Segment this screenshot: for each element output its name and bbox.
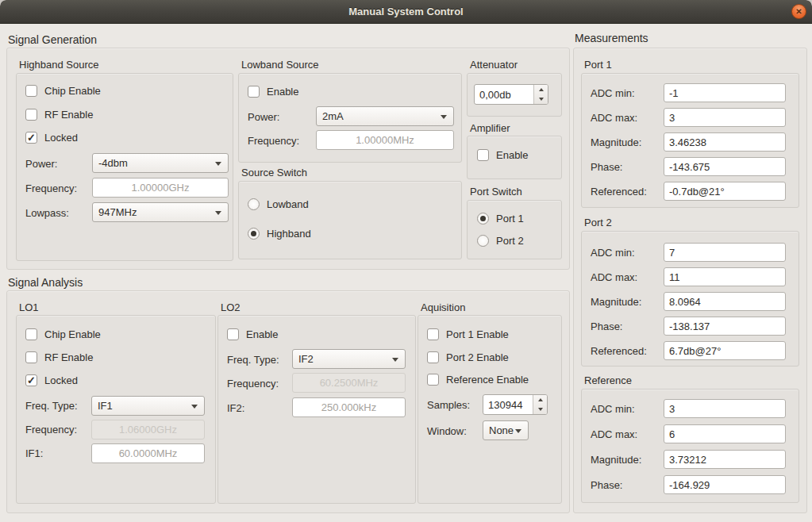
chevron-down-icon <box>392 358 398 362</box>
port2-adc-max-label: ADC max: <box>591 271 637 284</box>
aquisition-samples-spinbox[interactable]: 130944 <box>483 394 548 415</box>
port-switch-port1-radio[interactable] <box>477 213 489 225</box>
port-switch-port1-label[interactable]: Port 1 <box>496 213 524 225</box>
lowband-enable-checkbox[interactable]: ✓ <box>248 86 260 98</box>
aquisition-reference-enable-checkbox[interactable]: ✓ <box>427 374 439 386</box>
spin-down-icon[interactable] <box>534 94 548 104</box>
port1-referenced-label: Referenced: <box>591 185 647 198</box>
port1-adc-min-field[interactable]: -1 <box>664 83 786 102</box>
highband-frequency-label: Frequency: <box>25 182 77 195</box>
lo1-freq-type-label: Freq. Type: <box>25 399 78 413</box>
measurements-title: Measurements <box>575 32 648 44</box>
aquisition-port1-enable-checkbox[interactable]: ✓ <box>427 328 439 340</box>
aquisition-window-select[interactable]: None <box>483 420 529 440</box>
amplifier-title: Amplifier <box>470 122 510 134</box>
lo2-if2-field[interactable]: 250.000kHz <box>292 397 406 417</box>
highband-rf-enable-label[interactable]: RF Enable <box>44 109 93 121</box>
highband-chip-enable-checkbox[interactable]: ✓ <box>25 85 37 97</box>
lo1-frequency-label: Frequency: <box>25 423 77 436</box>
highband-power-select[interactable]: -4dbm <box>92 153 229 173</box>
lowband-enable-label[interactable]: Enable <box>267 86 298 98</box>
lo1-title: LO1 <box>19 301 39 313</box>
spin-up-icon[interactable] <box>533 395 547 405</box>
attenuator-spinbox[interactable]: 0,00db <box>474 84 548 105</box>
port2-phase-field[interactable]: -138.137 <box>664 317 786 336</box>
lo1-locked-checkbox[interactable]: ✓ <box>25 374 37 386</box>
lo2-frequency-field: 60.2500MHz <box>292 373 406 393</box>
lo2-freq-type-select[interactable]: IF2 <box>292 349 406 369</box>
app-window: Manual System Control ✕ Signal Generatio… <box>0 0 812 522</box>
chevron-down-icon <box>515 429 521 433</box>
highband-lowpass-select[interactable]: 947MHz <box>92 202 229 222</box>
source-switch-group <box>238 181 462 259</box>
highband-rf-enable-checkbox[interactable]: ✓ <box>25 109 37 121</box>
reference-magnitude-field[interactable]: 3.73212 <box>664 450 786 469</box>
close-button[interactable]: ✕ <box>791 4 806 19</box>
source-switch-lowband-label[interactable]: Lowband <box>267 198 309 210</box>
meas-port2-title: Port 2 <box>584 217 612 228</box>
port1-adc-max-field[interactable]: 3 <box>664 108 786 127</box>
checkmark-icon: ✓ <box>27 132 36 144</box>
lo1-chip-enable-checkbox[interactable]: ✓ <box>25 328 37 340</box>
lo2-if2-label: IF2: <box>227 401 244 415</box>
reference-adc-min-field[interactable]: 3 <box>664 399 786 418</box>
attenuator-value: 0,00db <box>475 85 533 104</box>
lowband-source-title: Lowband Source <box>241 59 319 71</box>
lowband-frequency-field[interactable]: 1.00000MHz <box>316 130 454 150</box>
port2-adc-max-field[interactable]: 11 <box>664 267 786 286</box>
port2-adc-min-field[interactable]: 7 <box>664 243 786 262</box>
lowband-power-select[interactable]: 2mA <box>316 106 454 126</box>
lowband-power-value: 2mA <box>322 110 344 122</box>
highband-chip-enable-label[interactable]: Chip Enable <box>44 85 101 97</box>
radio-dot-icon <box>480 216 486 221</box>
aquisition-window-value: None <box>489 424 514 436</box>
highband-locked-label[interactable]: Locked <box>44 132 78 144</box>
lo2-freq-type-label: Freq. Type: <box>227 353 279 367</box>
port-switch-group <box>467 200 562 259</box>
window-title: Manual System Control <box>348 6 463 17</box>
aquisition-port2-enable-label[interactable]: Port 2 Enable <box>446 351 509 363</box>
attenuator-spin-buttons <box>533 85 548 104</box>
highband-frequency-field[interactable]: 1.00000GHz <box>92 178 229 198</box>
port2-referenced-label: Referenced: <box>591 344 647 358</box>
aquisition-port2-enable-checkbox[interactable]: ✓ <box>427 351 439 363</box>
lo1-locked-label[interactable]: Locked <box>44 374 78 386</box>
lo1-freq-type-select[interactable]: IF1 <box>91 396 205 416</box>
lo1-if1-field[interactable]: 60.0000MHz <box>91 443 205 463</box>
amplifier-enable-checkbox[interactable]: ✓ <box>477 149 489 161</box>
lo1-rf-enable-checkbox[interactable]: ✓ <box>25 351 37 363</box>
aquisition-reference-enable-label[interactable]: Reference Enable <box>446 374 529 386</box>
chevron-down-icon <box>215 211 221 215</box>
port2-referenced-field[interactable]: 6.7db@27° <box>664 341 786 360</box>
source-switch-title: Source Switch <box>241 167 307 178</box>
port-switch-port2-label[interactable]: Port 2 <box>496 235 524 247</box>
titlebar[interactable]: Manual System Control ✕ <box>0 0 812 24</box>
lo2-frequency-label: Frequency: <box>227 377 279 390</box>
source-switch-highband-radio[interactable] <box>248 228 260 240</box>
source-switch-highband-label[interactable]: Highband <box>267 228 311 240</box>
meas-reference-title: Reference <box>584 374 632 386</box>
port1-referenced-field[interactable]: -0.7db@21° <box>664 182 786 201</box>
spin-up-icon[interactable] <box>534 85 548 94</box>
lo1-rf-enable-label[interactable]: RF Enable <box>44 351 93 363</box>
port1-magnitude-field[interactable]: 3.46238 <box>664 132 786 152</box>
highband-lowpass-label: Lowpass: <box>25 206 69 220</box>
reference-phase-label: Phase: <box>591 478 622 492</box>
lo2-enable-label[interactable]: Enable <box>246 328 278 340</box>
spin-down-icon[interactable] <box>533 405 547 414</box>
port1-phase-field[interactable]: -143.675 <box>664 157 786 176</box>
amplifier-enable-label[interactable]: Enable <box>496 149 528 161</box>
lo1-chip-enable-label[interactable]: Chip Enable <box>44 328 101 340</box>
port2-magnitude-field[interactable]: 8.0964 <box>664 292 786 311</box>
aquisition-port1-enable-label[interactable]: Port 1 Enable <box>446 328 509 340</box>
highband-locked-checkbox[interactable]: ✓ <box>25 132 37 144</box>
port1-phase-label: Phase: <box>591 160 622 174</box>
reference-adc-max-field[interactable]: 6 <box>664 424 786 443</box>
port-switch-port2-radio[interactable] <box>477 235 489 247</box>
close-icon: ✕ <box>795 8 802 16</box>
lowband-frequency-label: Frequency: <box>248 134 299 148</box>
source-switch-lowband-radio[interactable] <box>248 198 260 210</box>
highband-power-value: -4dbm <box>98 157 128 169</box>
lo2-enable-checkbox[interactable]: ✓ <box>227 328 239 340</box>
reference-phase-field[interactable]: -164.929 <box>664 475 786 494</box>
